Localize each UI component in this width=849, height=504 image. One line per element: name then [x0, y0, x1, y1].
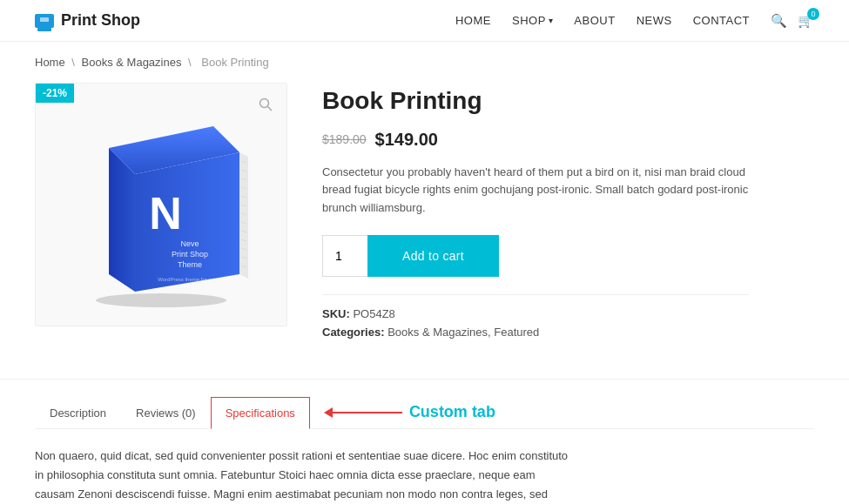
product-image-wrapper: -21%: [35, 83, 287, 326]
svg-point-5: [96, 293, 226, 307]
tab-content: Non quaero, quid dicat, sed quid conveni…: [35, 429, 575, 504]
search-icon[interactable]: 🔍: [771, 13, 787, 29]
svg-rect-2: [40, 17, 49, 22]
svg-text:N: N: [149, 188, 182, 239]
sku-row: SKU: PO54Z8: [322, 307, 749, 320]
tab-content-p1: Non quaero, quid dicat, sed quid conveni…: [35, 447, 575, 504]
product-title: Book Printing: [322, 86, 749, 116]
cart-button[interactable]: 🛒 0: [798, 13, 814, 29]
arrow-head-icon: [324, 407, 333, 418]
header: Print Shop HOME SHOP ▾ ABOUT NEWS CONTAC…: [0, 0, 849, 42]
cart-count-badge: 0: [807, 8, 819, 20]
book-svg: N Neve Print Shop Theme WordPress theme …: [61, 100, 261, 309]
breadcrumb: Home \ Books & Magazines \ Book Printing: [0, 42, 849, 83]
annotation-arrow-container: [324, 407, 402, 418]
tabs-row: Description Reviews (0) Specifications C…: [35, 397, 814, 429]
product-details: Book Printing $189.00 $149.00 Consectetu…: [322, 83, 749, 344]
nav-news[interactable]: NEWS: [637, 14, 672, 27]
quantity-input[interactable]: [322, 235, 367, 277]
tab-specifications[interactable]: Specifications: [211, 397, 310, 429]
breadcrumb-category[interactable]: Books & Magazines: [82, 56, 182, 69]
product-section: -21%: [0, 83, 784, 379]
chevron-down-icon: ▾: [549, 16, 554, 25]
product-description: Consectetur you probably haven't heard o…: [322, 164, 749, 218]
divider: [322, 294, 749, 295]
breadcrumb-sep1: \: [71, 56, 77, 69]
tab-reviews[interactable]: Reviews (0): [121, 397, 211, 429]
price-new: $149.00: [375, 130, 438, 150]
logo-text: Print Shop: [61, 11, 140, 30]
breadcrumb-sep2: \: [188, 56, 194, 69]
nav-icons: 🔍 🛒 0: [771, 13, 814, 29]
zoom-icon[interactable]: [253, 92, 278, 117]
product-image: N Neve Print Shop Theme WordPress theme …: [36, 84, 286, 326]
logo[interactable]: Print Shop: [35, 11, 140, 30]
svg-text:Theme: Theme: [178, 260, 202, 269]
svg-text:Neve: Neve: [180, 239, 199, 248]
svg-text:Print Shop: Print Shop: [172, 250, 208, 259]
svg-line-4: [268, 107, 273, 111]
breadcrumb-home[interactable]: Home: [35, 56, 65, 69]
tab-description[interactable]: Description: [35, 397, 121, 429]
svg-marker-14: [239, 152, 248, 279]
add-to-cart-row: Add to cart: [322, 235, 749, 277]
add-to-cart-button[interactable]: Add to cart: [367, 235, 499, 277]
svg-rect-1: [38, 24, 51, 26]
price-old: $189.00: [322, 132, 367, 146]
arrow-line: [333, 412, 402, 413]
categories-row: Categories: Books & Magazines, Featured: [322, 326, 749, 339]
custom-tab-annotation-label: Custom tab: [409, 403, 495, 421]
nav-home[interactable]: HOME: [455, 14, 491, 27]
price-wrapper: $189.00 $149.00: [322, 130, 749, 150]
svg-point-3: [260, 99, 269, 108]
logo-icon: [35, 14, 54, 28]
nav-contact[interactable]: CONTACT: [693, 14, 750, 27]
nav-shop[interactable]: SHOP ▾: [512, 14, 553, 27]
svg-text:WordPress theme for print shop: WordPress theme for print shops: [158, 277, 234, 282]
tabs-section: Description Reviews (0) Specifications C…: [0, 379, 849, 504]
breadcrumb-current: Book Printing: [201, 56, 268, 69]
main-nav: HOME SHOP ▾ ABOUT NEWS CONTACT 🔍 🛒 0: [455, 13, 814, 29]
nav-about[interactable]: ABOUT: [574, 14, 615, 27]
discount-badge: -21%: [36, 84, 74, 103]
